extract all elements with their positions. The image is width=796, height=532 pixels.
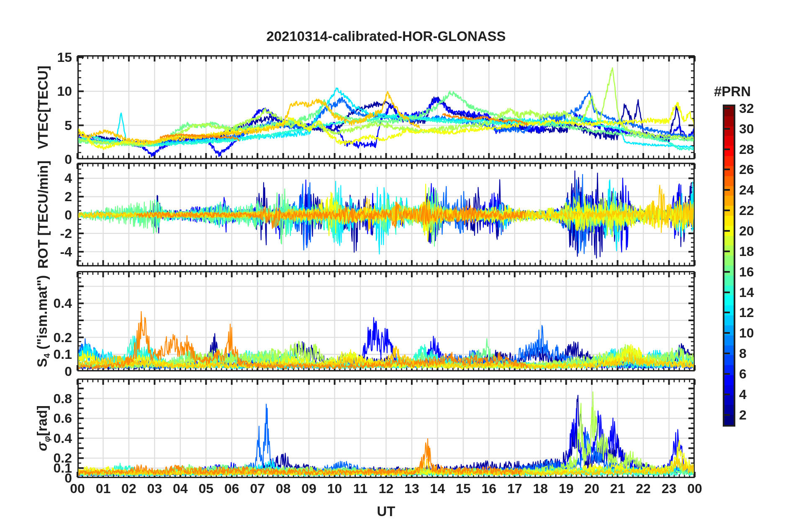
- colorbar-tick-label: 28: [739, 141, 754, 157]
- colorbar-tick-label: 26: [739, 161, 754, 177]
- colorbar-tick: [724, 251, 730, 252]
- plot-canvas: [0, 0, 796, 532]
- y-axis-label-sigma-phi: σφ[rad]: [34, 405, 52, 451]
- y-axis-label-text: [rad]: [34, 405, 50, 436]
- colorbar-tick: [724, 169, 730, 170]
- y-tick-label: 0.2: [0, 450, 72, 466]
- colorbar-tick-label: 10: [739, 325, 754, 341]
- colorbar-tick-label: 2: [739, 407, 747, 423]
- colorbar-tick: [724, 128, 730, 130]
- colorbar-tick: [724, 414, 730, 416]
- chart-title: 20210314-calibrated-HOR-GLONASS: [77, 28, 695, 44]
- colorbar-tick-label: 30: [739, 121, 754, 137]
- y-axis-label-rot: ROT [TECU/min]: [35, 161, 51, 269]
- colorbar-tick: [724, 148, 730, 150]
- y-axis-label-text: VTEC[TECU]: [35, 66, 51, 149]
- colorbar-tick: [724, 292, 730, 293]
- y-axis-label-vtec: VTEC[TECU]: [35, 66, 51, 149]
- colorbar-tick-label: 8: [739, 345, 747, 361]
- y-tick-label: 0.8: [0, 390, 72, 407]
- colorbar-tick: [724, 353, 730, 354]
- colorbar-tick-label: 22: [739, 202, 754, 218]
- y-tick-label: 15: [0, 49, 72, 66]
- colorbar-tick-label: 16: [739, 264, 754, 280]
- y-axis-label-text: ROT [TECU/min]: [35, 161, 51, 269]
- colorbar-tick-label: 24: [739, 182, 754, 198]
- colorbar-tick-label: 12: [739, 304, 754, 320]
- colorbar-tick: [724, 394, 730, 395]
- y-axis-label-text: σ: [34, 442, 50, 451]
- colorbar-tick: [724, 210, 730, 211]
- colorbar-tick: [724, 373, 730, 375]
- figure: 20210314-calibrated-HOR-GLONASS UT #PRN …: [0, 0, 796, 532]
- x-tick-label: 00: [676, 481, 714, 496]
- y-axis-label-text: 4: [42, 353, 51, 358]
- y-axis-label-text: ("ism.mat"): [34, 275, 50, 353]
- colorbar-title: #PRN: [714, 84, 751, 100]
- colorbar-tick-label: 6: [739, 366, 747, 382]
- colorbar-tick: [724, 107, 730, 109]
- colorbar-tick: [724, 189, 730, 191]
- colorbar-tick: [724, 312, 730, 313]
- y-axis-label-text: φ: [42, 436, 51, 442]
- colorbar-tick-label: 14: [739, 284, 754, 300]
- y-axis-label-s4: S4 ("ism.mat"): [34, 275, 52, 368]
- colorbar-tick-label: 32: [739, 100, 754, 116]
- colorbar-tick-label: 18: [739, 243, 754, 259]
- colorbar-tick: [724, 230, 730, 232]
- colorbar-tick: [724, 332, 730, 334]
- colorbar-tick: [724, 271, 730, 273]
- colorbar-tick-label: 20: [739, 223, 754, 239]
- colorbar-tick-label: 4: [739, 386, 747, 402]
- colorbar: [723, 105, 735, 427]
- x-axis-label: UT: [77, 504, 695, 519]
- y-axis-label-text: S: [34, 358, 50, 367]
